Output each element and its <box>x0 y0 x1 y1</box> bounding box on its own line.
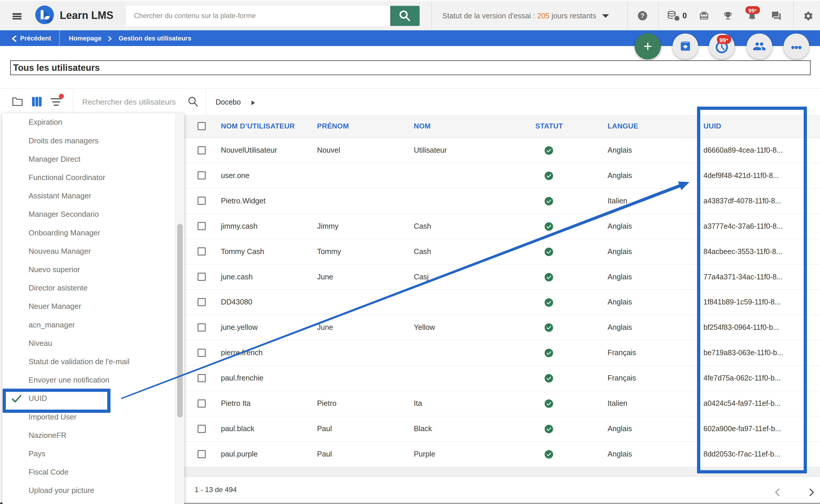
svg-text:?: ? <box>640 12 644 19</box>
